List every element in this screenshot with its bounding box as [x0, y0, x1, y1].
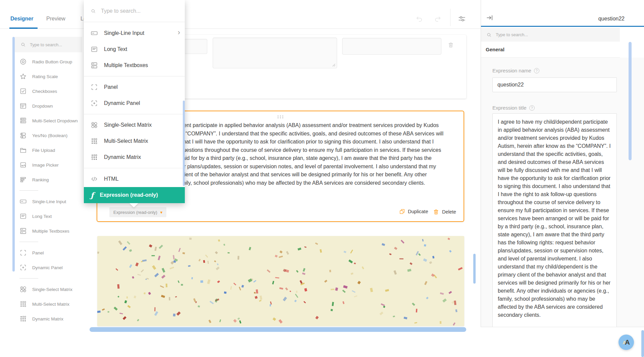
popup-item-label: Single-Select Matrix [104, 122, 152, 128]
toolbox-item-rating-scale[interactable]: Rating Scale [15, 69, 82, 84]
popup-item-label: Dynamic Matrix [104, 154, 141, 160]
toolbox-item-dynamic-panel[interactable]: Dynamic Panel [15, 260, 82, 275]
undo-button[interactable] [415, 15, 424, 24]
trash-icon [433, 209, 439, 215]
resize-handle-icon[interactable] [332, 63, 335, 67]
collapse-panel-button[interactable] [486, 14, 494, 23]
popup-separator [84, 114, 185, 114]
page-scrollbar[interactable] [641, 330, 644, 357]
toolbox-item-label: File Upload [32, 148, 55, 153]
undo-icon [415, 15, 423, 24]
search-icon [91, 8, 96, 14]
toolbox-item-dropdown[interactable]: Dropdown [15, 99, 82, 113]
toolbox-item-label: Multiple Textboxes [32, 229, 69, 234]
toolbox-item-long-text[interactable]: Long Text [15, 209, 82, 224]
tab-designer[interactable]: Designer [10, 16, 33, 22]
delete-button[interactable]: Delete [433, 209, 456, 215]
popup-item-dynamic-matrix[interactable]: Dynamic Matrix [84, 149, 185, 165]
toolbox-scrollbar[interactable] [12, 37, 15, 272]
popup-separator [84, 168, 185, 168]
toolbox-item-label: Single-Select Matrix [32, 287, 72, 292]
section-general[interactable]: General [481, 42, 620, 58]
toolbox-search-placeholder: Type to search... [30, 42, 62, 47]
redo-button[interactable] [433, 15, 442, 24]
drag-grip-icon[interactable] [277, 114, 284, 120]
expression-name-field[interactable] [492, 77, 617, 92]
popup-item-multiple-textboxes[interactable]: Multiple Textboxes [84, 57, 185, 73]
toolbox-item-ranking[interactable]: Ranking [15, 172, 82, 187]
property-search-input[interactable]: Type to search... [481, 28, 620, 42]
popup-item-label: Dynamic Panel [104, 100, 140, 106]
textbox-input[interactable] [342, 38, 441, 55]
toolbox-item-checkboxes[interactable]: Checkboxes [15, 84, 82, 99]
toolbox-separator [15, 238, 82, 245]
toolbox-item-panel[interactable]: Panel [15, 245, 82, 260]
radio-button-group-icon [19, 58, 27, 65]
chevron-right-icon: › [178, 29, 180, 36]
dynamic-panel-icon [91, 100, 98, 107]
popup-item-html[interactable]: HTML [84, 171, 185, 187]
toolbox-search-input[interactable]: Type to search... [15, 37, 82, 52]
delete-label: Delete [442, 209, 456, 215]
single-line-input-icon [91, 29, 98, 37]
property-panel-scrollbar[interactable] [629, 42, 632, 160]
expression-name-label: Expression name [492, 68, 531, 73]
popup-item-label: Expression (read-only) [100, 192, 158, 198]
toolbox-item-single-line-input[interactable]: Single-Line Input [15, 194, 82, 209]
toolbox-item-label: Panel [32, 250, 44, 255]
canvas-horizontal-scrollbar[interactable] [90, 327, 466, 332]
popup-item-label: Panel [104, 84, 118, 90]
active-tab-underline [9, 27, 38, 29]
popup-item-dynamic-panel[interactable]: Dynamic Panel [84, 95, 185, 111]
question-type-popup: Type to search... Single-Line Input›Long… [84, 0, 185, 203]
main-header: Designer Preview Logic [0, 0, 481, 29]
popup-item-label: Long Text [104, 46, 127, 52]
toolbox-item-label: Rating Scale [32, 74, 58, 79]
ranking-icon [19, 176, 27, 183]
property-panel-title: question22 [598, 16, 625, 22]
single-select-matrix-icon [19, 286, 27, 293]
toolbox-item-multi-select-dropdown[interactable]: Multi-Select Dropdown [15, 113, 82, 128]
toolbox-item-image-picker[interactable]: Image Picker [15, 158, 82, 172]
popup-item-single-select-matrix[interactable]: Single-Select Matrix [84, 117, 185, 133]
popup-item-list: Single-Line Input›Long TextMultiple Text… [84, 22, 185, 203]
question-type-chip-label: Expression (read-only) [113, 210, 157, 215]
popup-scrollbar[interactable] [183, 101, 185, 186]
row-delete-button[interactable] [447, 42, 454, 50]
toolbox-separator [15, 187, 82, 194]
dropdown-icon [19, 102, 27, 110]
toolbox-item-dynamic-matrix[interactable]: Dynamic Matrix [15, 311, 82, 326]
toolbox-item-single-select-matrix[interactable]: Single-Select Matrix [15, 282, 82, 297]
popup-item-expression-read-only[interactable]: ƒExpression (read-only) [84, 187, 185, 203]
toolbox-item-file-upload[interactable]: File Upload [15, 143, 82, 158]
question-type-chip[interactable]: Expression (read-only) ▾ [109, 207, 166, 217]
multi-select-dropdown-icon [19, 117, 27, 124]
popup-item-long-text[interactable]: Long Text [84, 41, 185, 57]
dynamic-panel-icon [19, 264, 27, 271]
multiple-textboxes-icon [91, 62, 98, 69]
long-text-icon [19, 213, 27, 220]
popup-item-multi-select-matrix[interactable]: Multi-Select Matrix [84, 133, 185, 149]
canvas-vertical-scrollbar[interactable] [473, 254, 476, 284]
textbox-textarea[interactable] [213, 38, 337, 68]
help-icon[interactable]: ? [529, 105, 535, 111]
tab-preview[interactable]: Preview [46, 16, 65, 22]
duplicate-label: Duplicate [408, 209, 428, 214]
toolbox-item-multi-select-matrix[interactable]: Multi-Select Matrix [15, 297, 82, 311]
image-picker-icon [19, 161, 27, 169]
toolbox-item-label: Dropdown [32, 104, 53, 109]
popup-item-single-line-input[interactable]: Single-Line Input› [84, 25, 185, 41]
popup-search-input[interactable]: Type to search... [84, 0, 185, 22]
help-icon[interactable]: ? [534, 68, 539, 73]
popup-separator [84, 76, 185, 76]
toolbox-item-radio-button-group[interactable]: Radio Button Group [15, 54, 82, 69]
toolbox-item-label: Multi-Select Dropdown [32, 118, 78, 123]
expression-title-field[interactable]: I agree to have my child/dependent parti… [492, 113, 617, 327]
toolbox-item-multiple-textboxes[interactable]: Multiple Textboxes [15, 224, 82, 238]
popup-item-panel[interactable]: Panel [84, 79, 185, 95]
toolbox-item-label: Image Picker [32, 163, 59, 168]
toolbox-item-yes-no-boolean[interactable]: Yes/No (Boolean) [15, 128, 82, 143]
duplicate-button[interactable]: Duplicate [399, 209, 428, 215]
settings-button[interactable] [457, 15, 467, 24]
text-size-widget-button[interactable]: A A [619, 335, 634, 350]
